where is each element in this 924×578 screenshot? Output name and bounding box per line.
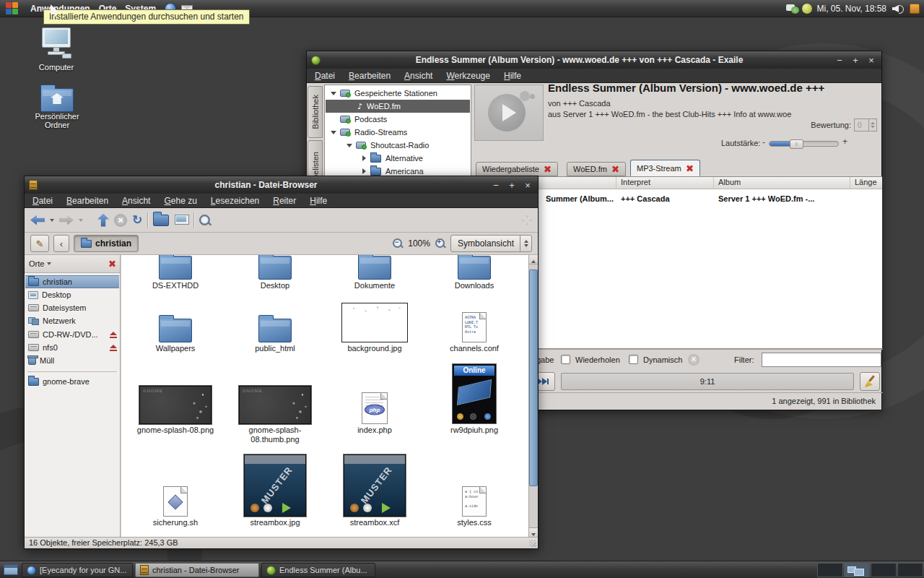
- search-icon[interactable]: [199, 213, 212, 226]
- repeat-checkbox[interactable]: [561, 355, 570, 364]
- file-index-php[interactable]: php index.php: [326, 362, 424, 435]
- menu-hilfe[interactable]: Hilfe: [310, 196, 327, 206]
- menu-datei[interactable]: Datei: [32, 196, 53, 206]
- tree-item-radio-streams[interactable]: Radio-Streams: [326, 126, 470, 139]
- workspace-2-active[interactable]: [844, 563, 870, 577]
- chat-tray-icon[interactable]: [786, 4, 799, 14]
- menu-ansicht[interactable]: Ansicht: [122, 196, 150, 206]
- menu-bearbeiten[interactable]: Bearbeiten: [349, 71, 391, 81]
- file-streambox-jpg[interactable]: MUSTER streambox.jpg: [226, 451, 324, 527]
- expander-open-icon[interactable]: [331, 131, 336, 134]
- eject-icon[interactable]: [110, 345, 117, 351]
- close-sidebar-icon[interactable]: [108, 260, 116, 267]
- volume-slider[interactable]: ‖: [769, 141, 839, 147]
- forward-icon[interactable]: [59, 215, 74, 225]
- filter-input[interactable]: [762, 353, 881, 367]
- menu-ansicht[interactable]: Ansicht: [404, 71, 432, 81]
- zoom-level[interactable]: 100%: [408, 238, 430, 249]
- minimize-button[interactable]: −: [490, 180, 502, 191]
- taskbar-item-eyecandy[interactable]: [Eyecandy for your GN...: [22, 563, 133, 577]
- chevron-down-icon[interactable]: [47, 262, 51, 265]
- spin-arrows-icon[interactable]: [868, 119, 876, 131]
- scroll-up-icon[interactable]: [529, 255, 538, 264]
- file-background-jpg[interactable]: background.jpg: [326, 295, 424, 353]
- expander-open-icon[interactable]: [346, 144, 352, 147]
- close-button[interactable]: ×: [866, 55, 877, 66]
- close-tab-icon[interactable]: [544, 165, 552, 173]
- workspace-1[interactable]: [817, 563, 843, 577]
- menu-datei[interactable]: Datei: [315, 71, 335, 81]
- column-album[interactable]: Album: [714, 177, 850, 189]
- sidebar-item-desktop[interactable]: Desktop: [25, 288, 119, 301]
- zoom-out-icon[interactable]: −: [392, 238, 404, 249]
- file-sicherung-sh[interactable]: sicherung.sh: [126, 451, 225, 527]
- tab-mp3-stream[interactable]: MP3-Stream: [630, 160, 700, 176]
- maximize-button[interactable]: +: [506, 180, 518, 191]
- workspace-4[interactable]: [897, 563, 923, 577]
- eject-icon[interactable]: [110, 332, 117, 338]
- workspace-3[interactable]: [871, 563, 897, 577]
- nautilus-titlebar[interactable]: christian - Datei-Browser − + ×: [25, 176, 538, 194]
- expander-open-icon[interactable]: [331, 92, 336, 95]
- cleanup-button[interactable]: [860, 372, 880, 391]
- path-scroll-left-button[interactable]: ‹: [53, 235, 69, 252]
- sidebar-header-label[interactable]: Orte: [29, 259, 44, 268]
- menu-gehe-zu[interactable]: Gehe zu: [164, 196, 196, 206]
- dynamic-checkbox[interactable]: [629, 355, 638, 364]
- reload-icon[interactable]: ↻: [132, 214, 142, 227]
- file-dokumente[interactable]: Dokumente: [326, 255, 424, 290]
- tree-item-gespeicherte-stationen[interactable]: Gespeicherte Stationen: [326, 87, 470, 100]
- computer-icon[interactable]: [174, 215, 188, 226]
- main-menu-icon[interactable]: [6, 2, 19, 15]
- status-tray-icon[interactable]: [802, 4, 812, 14]
- exaile-titlebar[interactable]: Endless Summer (Album Version) - www.woe…: [307, 51, 881, 69]
- file-ds-exthdd[interactable]: DS-EXTHDD: [126, 255, 225, 290]
- menu-lesezeichen[interactable]: Lesezeichen: [211, 196, 259, 206]
- side-tab-bibliothek[interactable]: Bibliothek: [308, 86, 323, 138]
- tab-wiedergabeliste[interactable]: Wiedergabeliste: [476, 162, 558, 176]
- sidebar-item-cdrw-dvd[interactable]: CD-RW-/DVD...: [25, 328, 119, 341]
- desktop-icon-computer[interactable]: Computer: [27, 27, 85, 72]
- update-tray-icon[interactable]: [910, 4, 920, 14]
- file-gnome-splash[interactable]: GNOME gnome-splash-08.png: [126, 362, 225, 435]
- file-public-html[interactable]: public_html: [226, 295, 324, 353]
- sidebar-item-muell[interactable]: Müll: [25, 354, 119, 367]
- up-icon[interactable]: [97, 214, 109, 227]
- sidebar-item-dateisystem[interactable]: Dateisystem: [25, 301, 119, 314]
- scroll-down-icon[interactable]: [529, 527, 538, 537]
- menu-hilfe[interactable]: Hilfe: [504, 71, 521, 81]
- taskbar-item-exaile[interactable]: Endless Summer (Albu...: [261, 563, 375, 577]
- file-styles-css[interactable]: a { co a:hove a.side styles.css: [425, 451, 523, 527]
- tree-item-shoutcast-radio[interactable]: Shoutcast-Radio: [326, 139, 470, 152]
- file-desktop[interactable]: Desktop: [226, 255, 324, 290]
- volume-plus[interactable]: +: [842, 137, 847, 147]
- expander-closed-icon[interactable]: [362, 168, 366, 174]
- edit-location-button[interactable]: ✎: [30, 235, 49, 252]
- clear-icon[interactable]: [688, 354, 699, 366]
- back-history-chevron-icon[interactable]: [50, 219, 54, 222]
- file-gnome-splash-thumb[interactable]: GNOME gnome-splash-08.thumb.png: [226, 362, 324, 444]
- seek-progress[interactable]: 9:11: [561, 373, 854, 390]
- maximize-button[interactable]: +: [850, 55, 861, 66]
- back-icon[interactable]: [30, 215, 45, 225]
- tree-item-alternative[interactable]: Alternative: [326, 152, 470, 165]
- sidebar-item-netzwerk[interactable]: Netzwerk: [25, 314, 119, 327]
- menu-werkzeuge[interactable]: Werkzeuge: [446, 71, 489, 81]
- close-tab-icon[interactable]: [687, 165, 694, 172]
- file-channels-conf[interactable]: ASTRA LUKE.T RTL To Astra channels.conf: [425, 295, 523, 353]
- volume-tray-icon[interactable]: [892, 4, 904, 13]
- volume-handle[interactable]: ‖: [790, 139, 803, 149]
- close-tab-icon[interactable]: [612, 165, 619, 173]
- rating-spinbox[interactable]: 0: [854, 118, 877, 131]
- minimize-button[interactable]: −: [834, 55, 845, 66]
- tree-item-woed-fm[interactable]: ♪ WoED.fm: [326, 100, 470, 113]
- expander-closed-icon[interactable]: [362, 155, 366, 161]
- column-interpret[interactable]: Interpret: [616, 177, 714, 189]
- file-streambox-xcf[interactable]: MUSTER streambox.xcf: [326, 451, 424, 527]
- clock[interactable]: Mi, 05. Nov, 18:58: [817, 4, 887, 14]
- sidebar-item-gnome-brave[interactable]: gnome-brave: [25, 375, 119, 388]
- tab-woed-fm[interactable]: WoED.fm: [567, 162, 626, 176]
- close-button[interactable]: ×: [522, 180, 533, 191]
- path-button-christian[interactable]: christian: [74, 235, 139, 252]
- forward-history-chevron-icon[interactable]: [79, 219, 83, 222]
